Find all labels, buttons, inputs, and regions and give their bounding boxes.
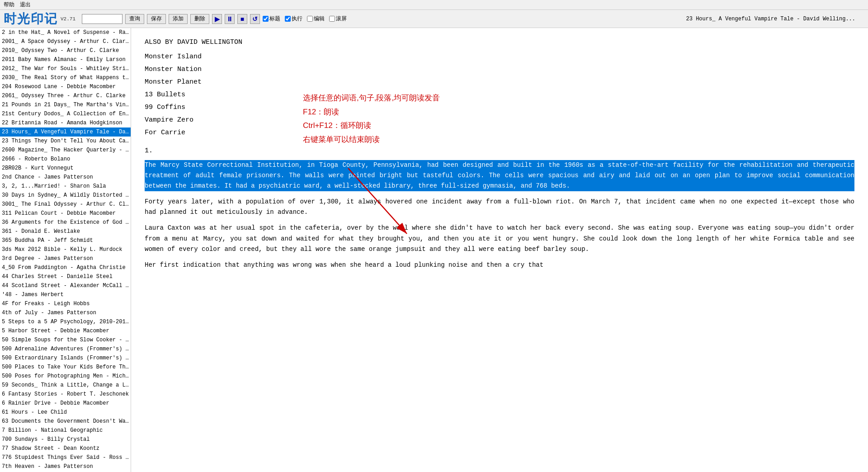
- book-content[interactable]: ALSO BY DAVID WELLINGTON Monster IslandM…: [131, 28, 868, 472]
- highlighted-paragraph: The Marcy State Correctional Institution…: [145, 160, 854, 191]
- checkbox-title[interactable]: 标题: [263, 15, 280, 23]
- book-title-item: Vampire Zero: [145, 115, 854, 126]
- sidebar-item[interactable]: 7th Heaven - James Patterson: [0, 462, 131, 471]
- sidebar-item[interactable]: 365 Buddha PA - Jeff Schmidt: [0, 236, 131, 245]
- sidebar-item[interactable]: 311 Pelican Court - Debbie Macomber: [0, 209, 131, 218]
- book-list-sidebar[interactable]: 2 in the Hat_ A Novel of Suspense - Raff…: [0, 28, 131, 472]
- sidebar-item[interactable]: 61 Hours - Lee Child: [0, 408, 131, 417]
- sidebar-item[interactable]: 500 Places to Take Your Kids Before They…: [0, 363, 131, 372]
- play-button[interactable]: ▶: [212, 14, 222, 24]
- sidebar-item[interactable]: 77 Shadow Street - Dean Koontz: [0, 444, 131, 453]
- sidebar-item[interactable]: 2030_ The Real Story of What Happens to …: [0, 73, 131, 82]
- checkbox-edit[interactable]: 编辑: [307, 15, 325, 23]
- sidebar-item[interactable]: 36 Arguments for the Existence of God - …: [0, 218, 131, 227]
- body-paragraphs: Forty years later, with a population of …: [145, 197, 854, 270]
- sidebar-item[interactable]: 204 Rosewood Lane - Debbie Macomber: [0, 82, 131, 91]
- book-title-item: 13 Bullets: [145, 90, 854, 100]
- sidebar-item[interactable]: 2nd Chance - James Patterson: [0, 173, 131, 182]
- sidebar-list: 2 in the Hat_ A Novel of Suspense - Raff…: [0, 28, 131, 472]
- sidebar-item[interactable]: 21 Pounds in 21 Days_ The Martha's Viney…: [0, 100, 131, 109]
- book-titles-list: Monster IslandMonster NationMonster Plan…: [145, 52, 854, 138]
- sidebar-item[interactable]: '48 - James Herbert: [0, 290, 131, 299]
- sidebar-item[interactable]: 6 Fantasy Stories - Robert T. Jeschonek: [0, 390, 131, 399]
- book-title-item: For Carrie: [145, 127, 854, 138]
- checkbox-exec[interactable]: 执行: [285, 15, 302, 23]
- book-title-item: Monster Island: [145, 52, 854, 62]
- sidebar-item[interactable]: 500 Extraordinary Islands (Frommer's) - …: [0, 354, 131, 363]
- body-paragraph: Laura Caxton was at her usual spot in th…: [145, 223, 854, 254]
- sidebar-item[interactable]: 776 Stupidest Things Ever Said - Ross Pe…: [0, 453, 131, 462]
- sidebar-item[interactable]: 2010_ Odyssey Two - Arthur C. Clarke: [0, 46, 131, 55]
- sidebar-item[interactable]: 59 Seconds_ Think a Little, Change a Lot…: [0, 381, 131, 390]
- sidebar-item[interactable]: 2001_ A Space Odyssey - Arthur C. Clarke: [0, 37, 131, 46]
- sidebar-item[interactable]: 5 Harbor Street - Debbie Macomber: [0, 326, 131, 335]
- section-number: 1.: [145, 146, 854, 156]
- delete-button[interactable]: 删除: [190, 14, 209, 24]
- sidebar-item[interactable]: 500 Poses for Photographing Men - Michel…: [0, 372, 131, 381]
- book-title-item: 99 Coffins: [145, 102, 854, 113]
- query-button[interactable]: 查询: [125, 14, 144, 24]
- window-title: 23 Hours_ A Vengeful Vampire Tale - Davi…: [686, 16, 864, 22]
- book-title-item: Monster Planet: [145, 77, 854, 88]
- sidebar-item[interactable]: 63 Documents the Government Doesn't Want…: [0, 417, 131, 426]
- sidebar-item[interactable]: 2061_ Odyssey Three - Arthur C. Clarke: [0, 91, 131, 100]
- sidebar-item[interactable]: 3rd Degree - James Patterson: [0, 254, 131, 263]
- pause-button[interactable]: ⏸: [225, 14, 235, 24]
- sidebar-item[interactable]: 23 Hours_ A Vengeful Vampire Tale - Davi…: [0, 127, 131, 137]
- sidebar-item[interactable]: 23 Things They Don't Tell You About Capi…: [0, 137, 131, 146]
- stop-button[interactable]: ■: [237, 14, 247, 24]
- sidebar-item[interactable]: 2011 Baby Names Almanac - Emily Larson: [0, 55, 131, 64]
- sidebar-item[interactable]: 4th of July - James Patterson: [0, 308, 131, 317]
- sidebar-item[interactable]: 500 Adrenaline Adventures (Frommer's) - …: [0, 345, 131, 354]
- menu-bar: 帮助 退出: [0, 0, 868, 10]
- sidebar-item[interactable]: 4F for Freaks - Leigh Hobbs: [0, 299, 131, 308]
- sidebar-item[interactable]: 21st Century Dodos_ A Collection of Enda…: [0, 109, 131, 118]
- sidebar-item[interactable]: 7 Billion - National Geographic: [0, 426, 131, 435]
- sidebar-item[interactable]: 6 Rainier Drive - Debbie Macomber: [0, 399, 131, 408]
- sidebar-item[interactable]: 2600 Magazine_ The Hacker Quarterly - Di…: [0, 146, 131, 155]
- sidebar-item[interactable]: 44 Scotland Street - Alexander McCall Sm…: [0, 281, 131, 290]
- sidebar-item[interactable]: 2 in the Hat_ A Novel of Suspense - Raff…: [0, 28, 131, 37]
- body-paragraph: Forty years later, with a population of …: [145, 197, 854, 217]
- also-by-header: ALSO BY DAVID WELLINGTON: [145, 37, 854, 48]
- app-title: 时光印记: [4, 10, 58, 28]
- search-input[interactable]: [82, 14, 123, 24]
- sidebar-item[interactable]: 3, 2, 1...Married! - Sharon Sala: [0, 182, 131, 191]
- sidebar-item[interactable]: 50 Simple Soups for the Slow Cooker - Ly…: [0, 335, 131, 345]
- main-layout: 2 in the Hat_ A Novel of Suspense - Raff…: [0, 28, 868, 472]
- sidebar-item[interactable]: 30 Days in Sydney_ A Wildly Distorted Ac…: [0, 191, 131, 200]
- sidebar-item[interactable]: 22 Britannia Road - Amanda Hodgkinson: [0, 118, 131, 127]
- sidebar-item[interactable]: 2BR02B - Kurt Vonnegut: [0, 164, 131, 173]
- sidebar-item[interactable]: 2012_ The War for Souls - Whitley Strieb…: [0, 64, 131, 73]
- checkbox-fullscreen[interactable]: 滚屏: [329, 15, 347, 23]
- sidebar-item[interactable]: 3001_ The Final Odyssey - Arthur C. Clar…: [0, 200, 131, 209]
- toolbar: 时光印记 V2.71 查询 保存 添加 删除 ▶ ⏸ ■ ↺ 标题 执行 编辑 …: [0, 10, 868, 28]
- sidebar-item[interactable]: 2666 - Roberto Bolano: [0, 155, 131, 164]
- book-title-item: Monster Nation: [145, 64, 854, 75]
- save-button[interactable]: 保存: [147, 14, 166, 24]
- version-label: V2.71: [61, 16, 75, 22]
- menu-exit[interactable]: 退出: [20, 1, 31, 9]
- body-paragraph: Her first indication that anything was w…: [145, 260, 854, 270]
- add-button[interactable]: 添加: [169, 14, 188, 24]
- menu-help[interactable]: 帮助: [4, 1, 14, 9]
- sidebar-item[interactable]: 5 Steps to a 5 AP Psychology, 2010-2011 …: [0, 317, 131, 326]
- loop-button[interactable]: ↺: [250, 14, 260, 24]
- sidebar-item[interactable]: 4_50 From Paddington - Agatha Christie: [0, 263, 131, 272]
- sidebar-item[interactable]: 361 - Donald E. Westlake: [0, 227, 131, 236]
- sidebar-item[interactable]: 44 Charles Street - Danielle Steel: [0, 272, 131, 281]
- sidebar-item[interactable]: 700 Sundays - Billy Crystal: [0, 435, 131, 444]
- sidebar-item[interactable]: 3ds Max 2012 Bible - Kelly L. Murdock: [0, 245, 131, 254]
